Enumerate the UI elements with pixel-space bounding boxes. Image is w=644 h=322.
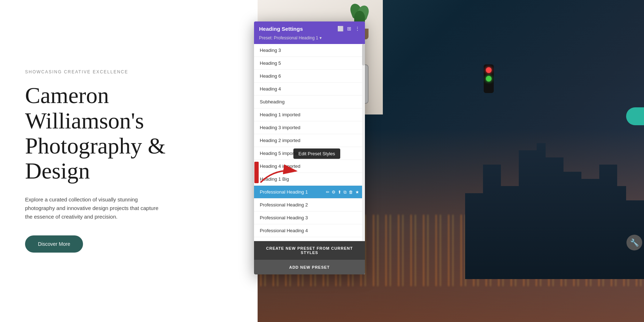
list-item[interactable]: Heading 3 imported (254, 121, 365, 134)
list-item[interactable]: Heading 5 (254, 57, 365, 70)
list-item-label: Heading 5 imported (260, 151, 300, 156)
tagline: SHOWCASING CREATIVE EXCELLENCE (25, 69, 233, 74)
list-item[interactable]: Heading 5 imported (254, 147, 365, 160)
add-preset-button[interactable]: ADD NEW PRESET (254, 260, 365, 274)
upload-icon[interactable]: ⬆ (338, 190, 341, 195)
pencil-icon[interactable]: ✏ (326, 190, 330, 195)
list-item-label: Professional Heading 3 (260, 215, 308, 220)
gear-icon[interactable]: ⚙ (332, 190, 336, 195)
list-item-label: Heading 6 (260, 73, 281, 79)
list-item-label: Professional Heading 2 (260, 202, 308, 208)
scroll-thumb (362, 44, 365, 65)
panel-title: Heading Settings (259, 26, 303, 32)
hero-title: Cameron Williamson's Photography & Desig… (25, 83, 233, 184)
hero-description: Explore a curated collection of visually… (25, 195, 165, 221)
list-item[interactable]: Heading 1 Big (254, 173, 365, 186)
settings-icon-circle[interactable]: 🔧 (626, 235, 642, 250)
list-item-label: Heading 5 (260, 60, 281, 66)
traffic-light (484, 64, 494, 93)
list-container: Heading 3Heading 5Heading 6Heading 4Subh… (254, 44, 365, 241)
teal-accent-circle (626, 107, 644, 125)
scroll-indicator (362, 44, 365, 241)
list-item-label: Professional Heading 1 (260, 189, 308, 195)
list-item-label: Heading 2 imported (260, 138, 300, 143)
panel-preset-label[interactable]: Preset: Professional Heading 1 ▾ (254, 35, 365, 44)
panel-header: Heading Settings ⬜ ⊞ ⋮ (254, 21, 365, 35)
list-item[interactable]: Professional Heading 4 (254, 224, 365, 237)
list-item-label: Heading 4 (260, 86, 281, 92)
preset-text: Preset: Professional Heading 1 ▾ (259, 35, 322, 40)
list-item[interactable]: Professional Heading 1✏⚙⬆⧉🗑★ (254, 186, 365, 199)
panel-footer: CREATE NEW PRESET FROM CURRENT STYLES AD… (254, 241, 365, 274)
wrench-icon: 🔧 (630, 238, 639, 247)
heading-settings-panel: Heading Settings ⬜ ⊞ ⋮ Preset: Professio… (254, 21, 365, 274)
star-icon[interactable]: ★ (355, 190, 359, 195)
red-indicator-bar (254, 162, 259, 183)
list-item[interactable]: Heading 6 (254, 70, 365, 83)
list-item[interactable]: Heading 1 imported (254, 108, 365, 121)
list-item[interactable]: Professional Heading 2 (254, 199, 365, 211)
list-item[interactable]: Professional Heading 5 (254, 237, 365, 241)
list-item-label: Professional Heading 4 (260, 228, 308, 233)
list-item[interactable]: Heading 2 imported (254, 134, 365, 147)
list-item[interactable]: Heading 3 (254, 44, 365, 57)
list-item-label: Heading 3 (260, 48, 281, 53)
create-preset-button[interactable]: CREATE NEW PRESET FROM CURRENT STYLES (254, 241, 365, 260)
maximize-icon[interactable]: ⬜ (337, 26, 343, 32)
list-item-label: Subheading (260, 99, 284, 104)
list-item[interactable]: Heading 4 (254, 83, 365, 96)
list-item[interactable]: Professional Heading 3 (254, 211, 365, 224)
list-item-label: Heading 4 imported (260, 164, 300, 169)
list-item[interactable]: Subheading (254, 96, 365, 108)
list-item-action-icons: ✏⚙⬆⧉🗑★ (326, 190, 359, 195)
list-item-label: Heading 3 imported (260, 125, 300, 130)
panel-preset-list[interactable]: Heading 3Heading 5Heading 6Heading 4Subh… (254, 44, 365, 241)
more-icon[interactable]: ⋮ (355, 26, 360, 32)
discover-more-button[interactable]: Discover More (25, 235, 83, 253)
list-item-label: Heading 1 Big (260, 176, 289, 182)
list-item-label: Heading 1 imported (260, 112, 300, 117)
list-item[interactable]: Heading 4 imported (254, 160, 365, 173)
left-content-panel: SHOWCASING CREATIVE EXCELLENCE Cameron W… (0, 0, 258, 322)
trash-icon[interactable]: 🗑 (349, 190, 353, 195)
panel-header-icons: ⬜ ⊞ ⋮ (337, 26, 360, 32)
copy-icon[interactable]: ⧉ (343, 190, 347, 195)
split-icon[interactable]: ⊞ (347, 26, 351, 32)
